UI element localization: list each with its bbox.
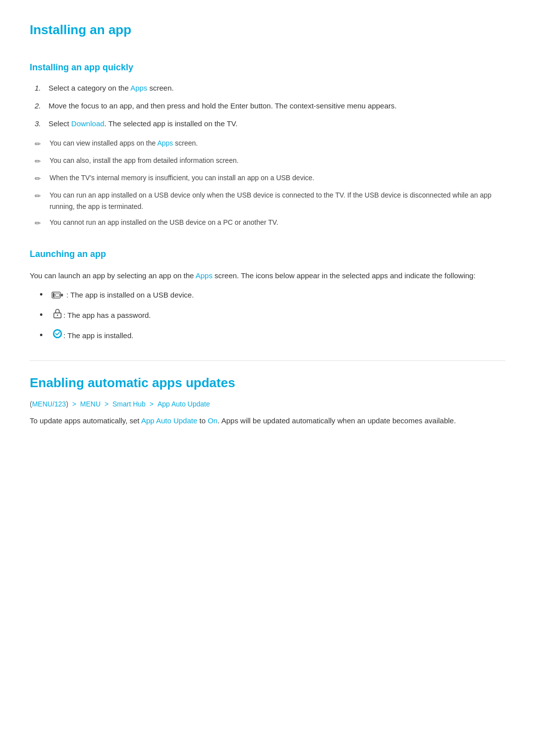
note-3-text: When the TV's internal memory is insuffi… [50, 172, 314, 183]
breadcrumb: (MENU/123) > MENU > Smart Hub > App Auto… [30, 399, 505, 409]
bullet-usb-text: : The app is installed on a USB device. [66, 289, 194, 301]
step-2-num: 2. [35, 100, 49, 112]
step-3: 3. Select Download. The selected app is … [30, 118, 505, 130]
step-3-num: 3. [35, 118, 49, 130]
note-1: ✏ You can view installed apps on the App… [30, 138, 505, 150]
note-4: ✏ You can run an app installed on a USB … [30, 190, 505, 212]
notes-list: ✏ You can view installed apps on the App… [30, 138, 505, 229]
note-icon-5: ✏ [35, 217, 46, 229]
note-3: ✏ When the TV's internal memory is insuf… [30, 172, 505, 185]
lock-icon [52, 308, 63, 322]
svg-rect-1 [53, 293, 54, 298]
apps-link-2[interactable]: Apps [157, 139, 173, 147]
bullet-usb: • : The app is installed on a USB device… [40, 288, 505, 302]
svg-rect-2 [55, 294, 60, 296]
note-1-text: You can view installed apps on the Apps … [50, 138, 198, 149]
note-2-text: You can also, install the app from detai… [50, 155, 239, 166]
note-4-text: You can run an app installed on a USB de… [50, 190, 505, 212]
section-launching-title: Launching an app [30, 247, 505, 261]
svg-point-5 [57, 315, 58, 316]
section-divider [30, 360, 505, 361]
page-title: Installing an app [30, 20, 505, 45]
breadcrumb-paren-close: ) [66, 400, 68, 408]
step-2: 2. Move the focus to an app, and then pr… [30, 100, 505, 112]
smart-hub-link[interactable]: Smart Hub [112, 400, 146, 408]
breadcrumb-arrow-1: > [72, 400, 78, 408]
svg-rect-3 [61, 294, 63, 296]
bullet-dot-2: • [40, 308, 49, 322]
icon-bullets-list: • : The app is installed on a USB device… [30, 288, 505, 343]
steps-list: 1. Select a category on the Apps screen.… [30, 82, 505, 130]
section-enabling-updates: Enabling automatic apps updates (MENU/12… [30, 373, 505, 427]
bullet-lock: • : The app has a password. [40, 308, 505, 322]
section-installing-quickly: Installing an app quickly 1. Select a ca… [30, 60, 505, 230]
bullet-check: • : The app is installed. [40, 328, 505, 343]
section-installing-quickly-title: Installing an app quickly [30, 60, 505, 75]
usb-icon [52, 290, 63, 301]
breadcrumb-arrow-2: > [105, 400, 110, 408]
bullet-lock-text: : The app has a password. [63, 309, 151, 321]
step-2-text: Move the focus to an app, and then press… [49, 100, 397, 112]
bullet-dot-3: • [40, 328, 49, 343]
apps-link-1[interactable]: Apps [130, 84, 147, 92]
app-auto-update-link[interactable]: App Auto Update [158, 400, 210, 408]
download-link[interactable]: Download [71, 119, 105, 128]
note-5-text: You cannot run an app installed on the U… [50, 217, 278, 228]
step-1-num: 1. [35, 82, 49, 94]
apps-link-3[interactable]: Apps [196, 271, 213, 280]
enabling-updates-title: Enabling automatic apps updates [30, 373, 505, 394]
launching-intro: You can launch an app by selecting an ap… [30, 269, 505, 282]
step-3-text: Select Download. The selected app is ins… [49, 118, 238, 130]
note-icon-1: ✏ [35, 138, 46, 150]
enabling-updates-body: To update apps automatically, set App Au… [30, 414, 505, 427]
menu-123-link[interactable]: MENU/123 [32, 400, 66, 408]
bullet-check-text: : The app is installed. [63, 330, 133, 342]
note-2: ✏ You can also, install the app from det… [30, 155, 505, 167]
menu-link[interactable]: MENU [80, 400, 101, 408]
breadcrumb-arrow-3: > [150, 400, 156, 408]
app-auto-update-body-link[interactable]: App Auto Update [141, 416, 197, 425]
note-icon-3: ✏ [35, 173, 46, 185]
section-launching: Launching an app You can launch an app b… [30, 247, 505, 343]
bullet-dot-1: • [40, 288, 49, 302]
note-icon-4: ✏ [35, 190, 46, 202]
note-5: ✏ You cannot run an app installed on the… [30, 217, 505, 229]
check-icon [52, 328, 63, 343]
note-icon-2: ✏ [35, 155, 46, 167]
step-1: 1. Select a category on the Apps screen. [30, 82, 505, 94]
on-link[interactable]: On [208, 416, 217, 425]
step-1-text: Select a category on the Apps screen. [49, 82, 174, 94]
